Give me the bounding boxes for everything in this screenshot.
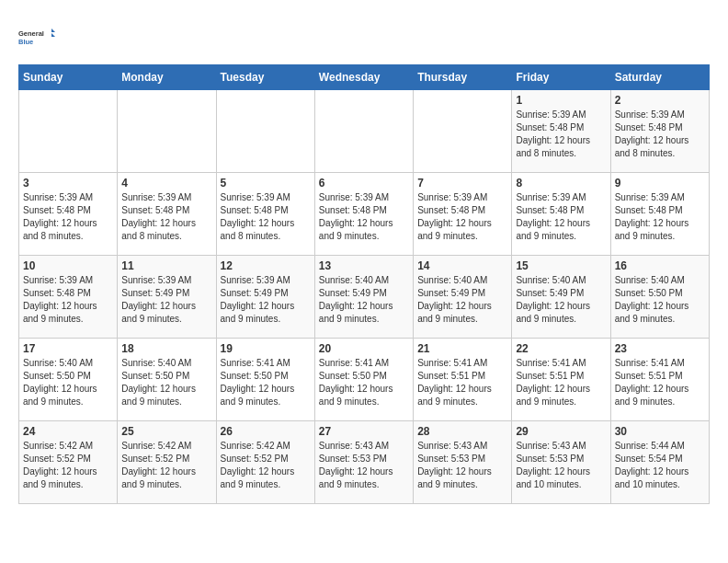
svg-marker-2 xyxy=(51,29,55,32)
calendar-cell: 21Sunrise: 5:41 AM Sunset: 5:51 PM Dayli… xyxy=(414,339,512,421)
calendar-cell: 3Sunrise: 5:39 AM Sunset: 5:48 PM Daylig… xyxy=(19,173,118,256)
calendar-cell: 10Sunrise: 5:39 AM Sunset: 5:48 PM Dayli… xyxy=(19,256,118,339)
calendar-cell: 8Sunrise: 5:39 AM Sunset: 5:48 PM Daylig… xyxy=(512,173,610,256)
cell-details: Sunrise: 5:43 AM Sunset: 5:53 PM Dayligh… xyxy=(417,440,507,491)
cell-details: Sunrise: 5:41 AM Sunset: 5:51 PM Dayligh… xyxy=(615,357,705,408)
cell-details: Sunrise: 5:39 AM Sunset: 5:48 PM Dayligh… xyxy=(23,274,113,326)
day-number: 3 xyxy=(23,177,113,190)
day-number: 28 xyxy=(417,425,507,438)
day-number: 8 xyxy=(516,177,606,190)
day-number: 18 xyxy=(121,342,211,355)
calendar-cell: 26Sunrise: 5:42 AM Sunset: 5:52 PM Dayli… xyxy=(216,421,314,504)
day-number: 30 xyxy=(615,425,705,438)
svg-text:Blue: Blue xyxy=(18,38,33,46)
day-number: 22 xyxy=(516,342,606,355)
cell-details: Sunrise: 5:40 AM Sunset: 5:50 PM Dayligh… xyxy=(23,357,113,408)
calendar-cell xyxy=(414,90,512,173)
cell-details: Sunrise: 5:39 AM Sunset: 5:49 PM Dayligh… xyxy=(121,274,211,326)
cell-details: Sunrise: 5:43 AM Sunset: 5:53 PM Dayligh… xyxy=(516,440,606,491)
logo: General Blue xyxy=(18,18,55,55)
calendar-cell: 17Sunrise: 5:40 AM Sunset: 5:50 PM Dayli… xyxy=(19,339,118,421)
day-number: 7 xyxy=(417,177,507,190)
calendar-cell: 5Sunrise: 5:39 AM Sunset: 5:48 PM Daylig… xyxy=(216,173,314,256)
day-number: 10 xyxy=(23,259,113,272)
col-header-friday: Friday xyxy=(512,65,610,90)
day-number: 17 xyxy=(23,342,113,355)
calendar-cell: 27Sunrise: 5:43 AM Sunset: 5:53 PM Dayli… xyxy=(314,421,413,504)
calendar-cell: 6Sunrise: 5:39 AM Sunset: 5:48 PM Daylig… xyxy=(314,173,413,256)
cell-details: Sunrise: 5:40 AM Sunset: 5:49 PM Dayligh… xyxy=(417,274,507,326)
calendar-cell: 4Sunrise: 5:39 AM Sunset: 5:48 PM Daylig… xyxy=(118,173,216,256)
day-number: 24 xyxy=(23,425,113,438)
day-number: 6 xyxy=(319,177,409,190)
day-number: 11 xyxy=(121,259,211,272)
day-number: 1 xyxy=(516,94,606,107)
day-number: 4 xyxy=(121,177,211,190)
calendar-cell: 24Sunrise: 5:42 AM Sunset: 5:52 PM Dayli… xyxy=(19,421,118,504)
calendar-cell: 2Sunrise: 5:39 AM Sunset: 5:48 PM Daylig… xyxy=(610,90,709,173)
week-row-3: 10Sunrise: 5:39 AM Sunset: 5:48 PM Dayli… xyxy=(19,256,710,339)
col-header-thursday: Thursday xyxy=(414,65,512,90)
week-row-1: 1Sunrise: 5:39 AM Sunset: 5:48 PM Daylig… xyxy=(19,90,710,173)
page-header: General Blue xyxy=(18,18,710,55)
logo-svg: General Blue xyxy=(18,18,55,55)
day-number: 13 xyxy=(319,259,409,272)
day-number: 20 xyxy=(319,342,409,355)
calendar-cell: 29Sunrise: 5:43 AM Sunset: 5:53 PM Dayli… xyxy=(512,421,610,504)
cell-details: Sunrise: 5:42 AM Sunset: 5:52 PM Dayligh… xyxy=(121,440,211,491)
cell-details: Sunrise: 5:40 AM Sunset: 5:50 PM Dayligh… xyxy=(615,274,705,326)
svg-marker-3 xyxy=(51,33,55,37)
cell-details: Sunrise: 5:41 AM Sunset: 5:50 PM Dayligh… xyxy=(319,357,409,408)
cell-details: Sunrise: 5:41 AM Sunset: 5:51 PM Dayligh… xyxy=(417,357,507,408)
calendar-cell: 12Sunrise: 5:39 AM Sunset: 5:49 PM Dayli… xyxy=(216,256,314,339)
svg-text:General: General xyxy=(18,29,44,38)
calendar-cell: 14Sunrise: 5:40 AM Sunset: 5:49 PM Dayli… xyxy=(414,256,512,339)
day-number: 19 xyxy=(221,342,311,355)
calendar-cell: 1Sunrise: 5:39 AM Sunset: 5:48 PM Daylig… xyxy=(512,90,610,173)
calendar-cell: 28Sunrise: 5:43 AM Sunset: 5:53 PM Dayli… xyxy=(414,421,512,504)
col-header-monday: Monday xyxy=(118,65,216,90)
calendar-cell: 22Sunrise: 5:41 AM Sunset: 5:51 PM Dayli… xyxy=(512,339,610,421)
day-number: 16 xyxy=(615,259,705,272)
calendar-cell xyxy=(314,90,413,173)
calendar-cell: 11Sunrise: 5:39 AM Sunset: 5:49 PM Dayli… xyxy=(118,256,216,339)
calendar-cell: 19Sunrise: 5:41 AM Sunset: 5:50 PM Dayli… xyxy=(216,339,314,421)
cell-details: Sunrise: 5:40 AM Sunset: 5:50 PM Dayligh… xyxy=(121,357,211,408)
day-number: 5 xyxy=(221,177,311,190)
calendar-cell: 25Sunrise: 5:42 AM Sunset: 5:52 PM Dayli… xyxy=(118,421,216,504)
day-number: 12 xyxy=(221,259,311,272)
col-header-wednesday: Wednesday xyxy=(314,65,413,90)
cell-details: Sunrise: 5:42 AM Sunset: 5:52 PM Dayligh… xyxy=(23,440,113,491)
calendar-cell xyxy=(19,90,118,173)
calendar-cell xyxy=(118,90,216,173)
day-number: 14 xyxy=(417,259,507,272)
day-number: 21 xyxy=(417,342,507,355)
cell-details: Sunrise: 5:43 AM Sunset: 5:53 PM Dayligh… xyxy=(319,440,409,491)
cell-details: Sunrise: 5:39 AM Sunset: 5:48 PM Dayligh… xyxy=(417,191,507,243)
week-row-2: 3Sunrise: 5:39 AM Sunset: 5:48 PM Daylig… xyxy=(19,173,710,256)
calendar-cell: 13Sunrise: 5:40 AM Sunset: 5:49 PM Dayli… xyxy=(314,256,413,339)
calendar-cell: 16Sunrise: 5:40 AM Sunset: 5:50 PM Dayli… xyxy=(610,256,709,339)
day-number: 26 xyxy=(221,425,311,438)
cell-details: Sunrise: 5:40 AM Sunset: 5:49 PM Dayligh… xyxy=(516,274,606,326)
week-row-4: 17Sunrise: 5:40 AM Sunset: 5:50 PM Dayli… xyxy=(19,339,710,421)
calendar-cell: 15Sunrise: 5:40 AM Sunset: 5:49 PM Dayli… xyxy=(512,256,610,339)
cell-details: Sunrise: 5:42 AM Sunset: 5:52 PM Dayligh… xyxy=(221,440,311,491)
calendar-cell: 20Sunrise: 5:41 AM Sunset: 5:50 PM Dayli… xyxy=(314,339,413,421)
calendar-table: SundayMondayTuesdayWednesdayThursdayFrid… xyxy=(18,64,710,504)
cell-details: Sunrise: 5:39 AM Sunset: 5:48 PM Dayligh… xyxy=(121,191,211,243)
col-header-sunday: Sunday xyxy=(19,65,118,90)
cell-details: Sunrise: 5:39 AM Sunset: 5:48 PM Dayligh… xyxy=(221,191,311,243)
cell-details: Sunrise: 5:41 AM Sunset: 5:50 PM Dayligh… xyxy=(221,357,311,408)
calendar-cell: 7Sunrise: 5:39 AM Sunset: 5:48 PM Daylig… xyxy=(414,173,512,256)
day-number: 27 xyxy=(319,425,409,438)
calendar-header-row: SundayMondayTuesdayWednesdayThursdayFrid… xyxy=(19,65,710,90)
cell-details: Sunrise: 5:39 AM Sunset: 5:48 PM Dayligh… xyxy=(319,191,409,243)
calendar-cell: 23Sunrise: 5:41 AM Sunset: 5:51 PM Dayli… xyxy=(610,339,709,421)
calendar-cell: 30Sunrise: 5:44 AM Sunset: 5:54 PM Dayli… xyxy=(610,421,709,504)
cell-details: Sunrise: 5:41 AM Sunset: 5:51 PM Dayligh… xyxy=(516,357,606,408)
cell-details: Sunrise: 5:39 AM Sunset: 5:48 PM Dayligh… xyxy=(23,191,113,243)
day-number: 25 xyxy=(121,425,211,438)
col-header-tuesday: Tuesday xyxy=(216,65,314,90)
calendar-cell: 18Sunrise: 5:40 AM Sunset: 5:50 PM Dayli… xyxy=(118,339,216,421)
